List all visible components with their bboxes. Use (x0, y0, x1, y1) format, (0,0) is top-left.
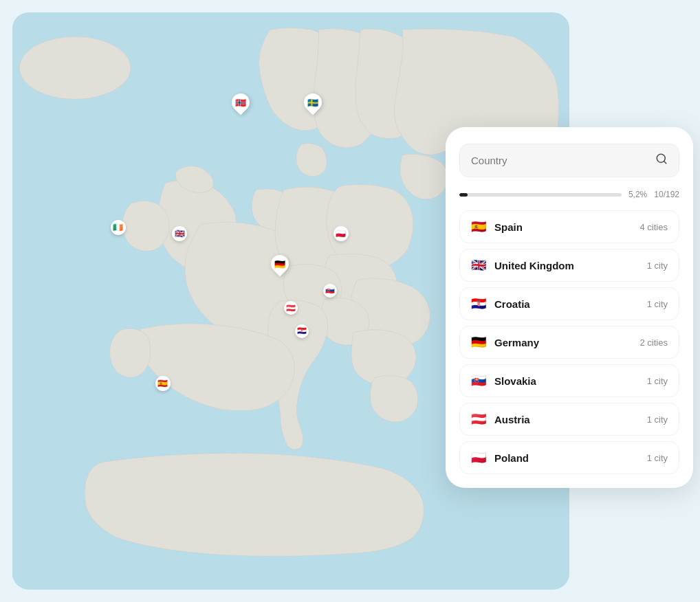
country-item-poland[interactable]: 🇵🇱Poland1 city (459, 441, 679, 474)
country-item-spain[interactable]: 🇪🇸Spain4 cities (459, 210, 679, 243)
flag-austria: 🇦🇹 (471, 413, 486, 425)
country-name-slovakia: Slovakia (494, 375, 647, 387)
pin-slovakia: 🇸🇰 (323, 284, 337, 298)
country-item-croatia[interactable]: 🇭🇷Croatia1 city (459, 287, 679, 320)
country-cities-croatia: 1 city (647, 299, 668, 309)
search-icon[interactable] (655, 153, 668, 168)
country-item-germany[interactable]: 🇩🇪Germany2 cities (459, 326, 679, 359)
search-input[interactable] (471, 155, 655, 166)
country-name-austria: Austria (494, 414, 647, 425)
country-item-slovakia[interactable]: 🇸🇰Slovakia1 city (459, 364, 679, 397)
progress-bar-background (459, 193, 622, 197)
country-cities-germany: 2 cities (640, 337, 668, 348)
svg-point-1 (19, 36, 131, 99)
pin-croatia: 🇭🇷 (295, 324, 309, 338)
search-bar[interactable] (459, 144, 679, 177)
country-cities-slovakia: 1 city (647, 376, 668, 386)
pin-uk: 🇬🇧 (172, 226, 187, 241)
progress-bar-fill (459, 193, 468, 197)
flag-uk: 🇬🇧 (471, 259, 486, 271)
flag-germany: 🇩🇪 (471, 336, 486, 348)
svg-line-3 (664, 161, 666, 163)
country-cities-spain: 4 cities (640, 222, 668, 232)
pin-poland: 🇵🇱 (333, 226, 349, 241)
progress-percentage: 5,2% (628, 190, 647, 199)
progress-row: 5,2% 10/192 (459, 190, 679, 199)
country-name-poland: Poland (494, 452, 647, 464)
pin-ireland: 🇮🇪 (111, 220, 126, 235)
pin-spain: 🇪🇸 (155, 376, 171, 391)
country-list: 🇪🇸Spain4 cities🇬🇧United Kingdom1 city🇭🇷C… (459, 210, 679, 474)
pin-austria: 🇦🇹 (284, 301, 298, 315)
country-item-uk[interactable]: 🇬🇧United Kingdom1 city (459, 249, 679, 282)
pin-norway: 🇳🇴 (232, 93, 250, 111)
country-cities-uk: 1 city (647, 260, 668, 271)
country-item-austria[interactable]: 🇦🇹Austria1 city (459, 403, 679, 436)
country-name-spain: Spain (494, 221, 640, 233)
flag-slovakia: 🇸🇰 (471, 375, 486, 387)
country-cities-poland: 1 city (647, 453, 668, 463)
country-panel: 5,2% 10/192 🇪🇸Spain4 cities🇬🇧United King… (446, 127, 693, 488)
flag-poland: 🇵🇱 (471, 452, 486, 464)
progress-count: 10/192 (654, 190, 679, 199)
flag-spain: 🇪🇸 (471, 221, 486, 233)
flag-croatia: 🇭🇷 (471, 298, 486, 310)
pin-germany: 🇩🇪 (271, 255, 289, 273)
country-name-croatia: Croatia (494, 298, 647, 310)
country-name-germany: Germany (494, 337, 640, 348)
country-name-uk: United Kingdom (494, 260, 647, 271)
country-cities-austria: 1 city (647, 414, 668, 425)
pin-sweden: 🇸🇪 (304, 93, 322, 111)
